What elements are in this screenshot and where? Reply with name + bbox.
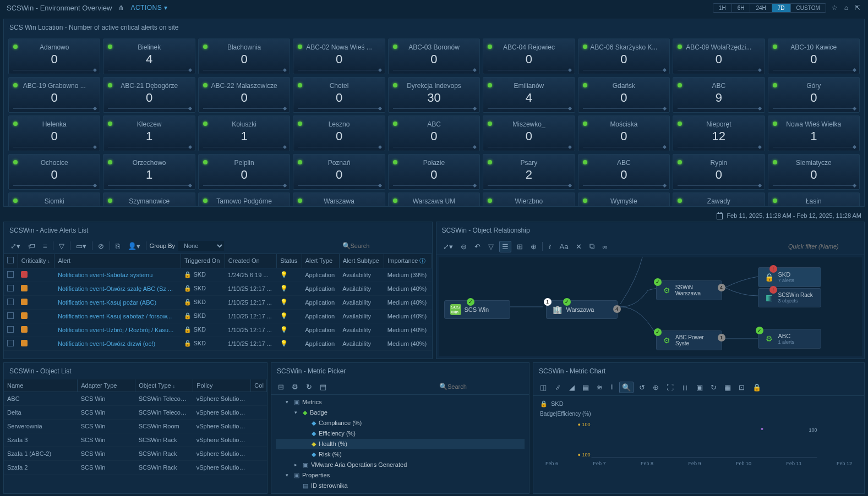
location-tile[interactable]: Góry 0 <box>768 77 860 113</box>
alert-row[interactable]: Notification event-Otwórz szafę ABC (Sz … <box>4 282 432 295</box>
metricpicker-search-input[interactable] <box>447 383 525 390</box>
location-tile[interactable]: Warszawa <box>293 192 385 206</box>
column-header[interactable]: Status <box>277 254 302 268</box>
location-tile[interactable]: Leszno 0 <box>293 115 385 151</box>
location-tile[interactable]: ABC-04 Rejowiec 0 <box>483 38 575 74</box>
sliders-icon[interactable]: ⫼ <box>679 382 691 393</box>
actions-menu[interactable]: ACTIONS ▾ <box>130 4 167 12</box>
target-icon[interactable]: ⊕ <box>651 382 661 393</box>
location-tile[interactable]: ABC-21 Dębogórze 0 <box>103 77 195 113</box>
alerts-search-input[interactable] <box>351 243 428 249</box>
objectlist-row[interactable]: Szafa 1 (ABC-2) SCS Win SCSWin Rack vSph… <box>4 447 267 460</box>
zoom-out-icon[interactable]: ⊖ <box>458 241 469 252</box>
location-tile[interactable]: Siomki <box>8 192 100 206</box>
location-tile[interactable]: Nieporęt 12 <box>673 115 765 151</box>
alert-row[interactable]: Notification event-Uzbrój / Rozbrój / Ka… <box>4 323 432 337</box>
objectlist-row[interactable]: ABC SCS Win SCSWin Telecom Po... vSphere… <box>4 392 267 405</box>
select-all-checkbox[interactable] <box>7 257 14 263</box>
location-tile[interactable]: ABC-10 Kawice 0 <box>768 38 860 74</box>
collapse-icon[interactable]: ⊟ <box>276 382 286 392</box>
location-tile[interactable]: Chotel 0 <box>293 77 385 113</box>
column-header[interactable]: Importance ⓘ <box>384 254 432 268</box>
triggered-link[interactable]: SKD <box>193 326 206 333</box>
tree-properties[interactable]: ▾▣Properties <box>276 470 525 481</box>
location-tile[interactable]: Bielinek 4 <box>103 38 195 74</box>
undo-icon[interactable]: ↶ <box>472 241 483 252</box>
location-tile[interactable]: Wierzbno <box>483 192 575 206</box>
expand-icon[interactable]: ⤢▾ <box>8 241 23 251</box>
expand-icon[interactable]: ⛶ <box>664 382 676 393</box>
fit-icon[interactable]: ✕ <box>574 241 584 252</box>
hierarchy-icon[interactable]: ⊞ <box>515 241 525 252</box>
column-header[interactable]: Criticality ↓ <box>18 254 54 268</box>
location-tile[interactable]: Ochocice 0 <box>8 154 100 190</box>
column-header[interactable]: Col <box>251 379 267 392</box>
location-tile[interactable]: ABC-09 WolaRzędzi... 0 <box>673 38 765 74</box>
rel-node-sswin[interactable]: ⚙ SSWiN Warszawa ✓ 4 <box>656 280 722 300</box>
row-checkbox[interactable] <box>7 271 14 278</box>
stack-icon[interactable]: ⫴ <box>608 382 616 393</box>
reset-icon[interactable]: ↺ <box>637 382 647 393</box>
location-tile[interactable]: ABC-19 Grabowno ... 0 <box>8 77 100 113</box>
row-checkbox[interactable] <box>7 340 14 346</box>
copy-icon[interactable]: ⧉ <box>587 241 597 252</box>
expand-icon[interactable]: ⤢▾ <box>441 241 455 252</box>
gear-icon[interactable]: ⚙ <box>290 382 301 392</box>
alert-row[interactable]: Notification event-Kasuj sabotaż / forso… <box>4 309 432 323</box>
alert-link[interactable]: Notification event-Sabotaż systemu <box>54 268 181 282</box>
rel-node-warszawa[interactable]: 🏢 Warszawa 1 ✓ 4 <box>546 300 618 319</box>
split-icon[interactable]: ◫ <box>538 382 549 393</box>
tree-idster[interactable]: ▤ID sterownika <box>276 481 525 491</box>
tree-metrics[interactable]: ▾▣Metrics <box>276 397 525 407</box>
triggered-link[interactable]: SKD <box>193 285 206 291</box>
trend-icon[interactable]: ⫽ <box>552 382 564 393</box>
time-btn-6h[interactable]: 6H <box>732 4 751 12</box>
export-icon[interactable]: ⎘ <box>113 241 122 251</box>
column-header[interactable]: Triggered On <box>181 254 225 268</box>
time-btn-1h[interactable]: 1H <box>713 4 732 12</box>
tree-risk[interactable]: ◆Risk (%) <box>276 449 525 460</box>
rel-node-abc[interactable]: ⚙ ABC 1 alerts ✓ <box>758 329 821 349</box>
triggered-link[interactable]: SKD <box>193 340 206 346</box>
triggered-link[interactable]: SKD <box>193 312 206 319</box>
column-header[interactable] <box>4 254 18 268</box>
location-tile[interactable]: ABC-22 Małaszewicze 0 <box>198 77 290 113</box>
layout-icon[interactable]: ▤ <box>318 382 329 392</box>
column-header[interactable]: Name <box>4 379 78 392</box>
location-tile[interactable]: ABC 9 <box>673 77 765 113</box>
tree-health[interactable]: ◆Health (%) <box>276 439 525 449</box>
row-checkbox[interactable] <box>7 326 14 333</box>
location-tile[interactable]: ABC-06 Skarżysko K... 0 <box>578 38 670 74</box>
list-icon[interactable]: ≡ <box>41 241 50 251</box>
alert-row[interactable]: Notification event-Kasuj pożar (ABC) 🔒 S… <box>4 295 432 309</box>
column-header[interactable]: Alert <box>54 254 181 268</box>
relationship-filter-input[interactable] <box>788 243 860 250</box>
location-tile[interactable]: Kleczew 1 <box>103 115 195 151</box>
text-icon[interactable]: Aa <box>558 241 571 252</box>
column-header[interactable]: Adapter Type <box>78 379 135 392</box>
location-tile[interactable]: Szymanowice <box>103 192 195 206</box>
location-tile[interactable]: Poznań 0 <box>293 154 385 190</box>
location-tile[interactable]: ABC-03 Boronów 0 <box>388 38 480 74</box>
location-tile[interactable]: Helenka 0 <box>8 115 100 151</box>
location-tile[interactable]: Gdańsk 0 <box>578 77 670 113</box>
column-header[interactable]: Policy <box>193 379 251 392</box>
alert-link[interactable]: Notification event-Otwórz drzwi (oe!) <box>54 337 181 350</box>
column-header[interactable]: Created On <box>225 254 276 268</box>
location-tile[interactable]: Miszewko_ 0 <box>483 115 575 151</box>
tree-icon[interactable]: ☰ <box>499 241 511 252</box>
network-icon[interactable]: ⊕ <box>528 241 539 252</box>
location-tile[interactable]: Rypin 0 <box>673 154 765 190</box>
tree-compliance[interactable]: ◆Compliance (%) <box>276 418 525 428</box>
time-btn-24h[interactable]: 24H <box>750 4 772 12</box>
location-tile[interactable]: ABC 0 <box>578 154 670 190</box>
location-tile[interactable]: Adamowo 0 <box>8 38 100 74</box>
alert-row[interactable]: Notification event-Sabotaż systemu 🔒 SKD… <box>4 268 432 282</box>
rel-node-rack[interactable]: ▥ SCSWin Rack 3 objects ! <box>758 288 821 307</box>
filter-icon[interactable]: ▽ <box>57 241 67 251</box>
location-tile[interactable]: Pelplin 0 <box>198 154 290 190</box>
objectlist-row[interactable]: Szafa 2 SCS Win SCSWin Rack vSphere Solu… <box>4 460 267 474</box>
rel-node-power[interactable]: ⚙ ABC Power Syste ✓ 1 <box>656 330 722 350</box>
groupby-select[interactable]: None <box>178 241 224 251</box>
location-tile[interactable]: Zawady <box>673 192 765 206</box>
